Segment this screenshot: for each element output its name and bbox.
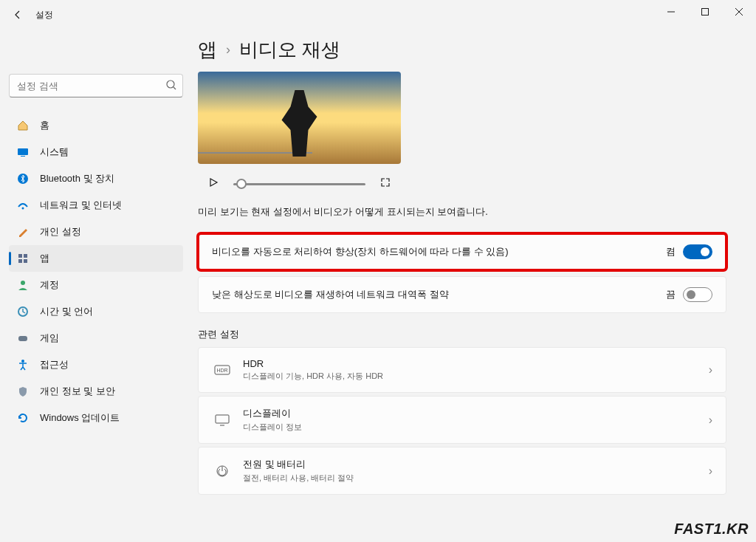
sidebar-item-time-language[interactable]: 시간 및 언어: [9, 298, 183, 325]
breadcrumb: 앱 › 비디오 재생: [198, 37, 726, 63]
sidebar-item-apps[interactable]: 앱: [9, 245, 183, 272]
main-content: 앱 › 비디오 재생 미리 보기는 현재 설정에서 비디오가 어떻게 표시되는지…: [192, 30, 756, 542]
sidebar-item-windows-update[interactable]: Windows 업데이트: [9, 405, 183, 431]
related-header: 관련 설정: [198, 328, 726, 341]
privacy-icon: [16, 385, 30, 398]
toggle-state: 끔: [666, 288, 676, 301]
sidebar-item-label: 시간 및 언어: [40, 305, 93, 318]
sidebar-item-bluetooth[interactable]: Bluetooth 및 장치: [9, 165, 183, 192]
svg-point-14: [21, 281, 25, 285]
apps-icon: [16, 252, 30, 265]
svg-line-5: [173, 87, 176, 89]
sidebar-item-label: 네트워크 및 인터넷: [40, 199, 122, 212]
svg-point-17: [21, 360, 24, 363]
setting-low-res: 낮은 해상도로 비디오를 재생하여 네트워크 대역폭 절약 끔: [198, 276, 726, 313]
display-icon: [212, 414, 233, 426]
sidebar-item-home[interactable]: 홈: [9, 112, 183, 139]
toggle-state: 켬: [666, 245, 676, 258]
sidebar-item-system[interactable]: 시스템: [9, 139, 183, 165]
accounts-icon: [16, 278, 30, 292]
svg-point-9: [22, 207, 24, 210]
windows-update-icon: [16, 411, 30, 425]
play-button[interactable]: [208, 177, 219, 191]
toggle-switch[interactable]: [683, 287, 712, 302]
related-title: 디스플레이: [243, 407, 709, 420]
svg-rect-16: [18, 336, 27, 341]
related-title: 전원 및 배터리: [243, 458, 709, 471]
video-controls: [198, 170, 401, 198]
fullscreen-button[interactable]: [380, 177, 391, 191]
window-title: 설정: [35, 9, 53, 21]
sidebar: 홈 시스템 Bluetooth 및 장치 네트워크 및 인터넷 개인 설정 앱 …: [0, 30, 192, 542]
svg-rect-7: [21, 156, 25, 157]
setting-label: 비디오를 자동으로 처리하여 향상(장치 하드웨어에 따라 다를 수 있음): [212, 245, 666, 258]
sidebar-item-label: 게임: [40, 332, 59, 345]
sidebar-item-label: Windows 업데이트: [40, 411, 120, 425]
related-title: HDR: [243, 358, 709, 369]
toggle-switch[interactable]: [683, 244, 712, 259]
preview-note: 미리 보기는 현재 설정에서 비디오가 어떻게 표시되는지 보여줍니다.: [198, 205, 726, 219]
video-preview: [198, 72, 401, 164]
sidebar-item-label: 홈: [40, 119, 49, 132]
sidebar-item-accessibility[interactable]: 접근성: [9, 351, 183, 378]
sidebar-item-label: 앱: [40, 252, 49, 265]
gaming-icon: [16, 332, 30, 345]
page-title: 비디오 재생: [239, 37, 340, 63]
setting-auto-process: 비디오를 자동으로 처리하여 향상(장치 하드웨어에 따라 다를 수 있음) 켬: [198, 233, 726, 270]
breadcrumb-parent[interactable]: 앱: [198, 37, 217, 63]
bluetooth-icon: [16, 172, 30, 185]
search-input[interactable]: [9, 74, 183, 97]
power-icon: [212, 464, 233, 478]
back-button[interactable]: [6, 3, 30, 27]
sidebar-item-label: 접근성: [40, 358, 69, 371]
svg-rect-20: [216, 415, 229, 423]
related-hdr[interactable]: HDR HDR 디스플레이 기능, HDR 사용, 자동 HDR ›: [198, 347, 726, 393]
minimize-button[interactable]: [654, 0, 688, 24]
sidebar-item-label: 개인 설정: [40, 225, 81, 239]
sidebar-item-privacy[interactable]: 개인 정보 및 보안: [9, 378, 183, 405]
sidebar-item-gaming[interactable]: 게임: [9, 325, 183, 351]
home-icon: [16, 119, 30, 132]
window-controls: [654, 0, 756, 24]
sidebar-item-accounts[interactable]: 계정: [9, 272, 183, 298]
related-sub: 절전, 배터리 사용, 배터리 절약: [243, 473, 709, 484]
titlebar: 설정: [0, 0, 756, 30]
search-icon: [165, 79, 177, 94]
svg-rect-1: [702, 9, 709, 16]
sidebar-item-label: 개인 정보 및 보안: [40, 385, 115, 398]
toggle-group: 켬: [666, 244, 712, 259]
svg-rect-11: [24, 254, 27, 258]
related-power[interactable]: 전원 및 배터리 절전, 배터리 사용, 배터리 절약 ›: [198, 447, 726, 495]
watermark: FAST1.KR: [674, 521, 749, 538]
svg-rect-13: [24, 259, 27, 263]
network-icon: [16, 199, 30, 212]
video-slider[interactable]: [233, 183, 365, 185]
sidebar-item-network[interactable]: 네트워크 및 인터넷: [9, 192, 183, 219]
related-display[interactable]: 디스플레이 디스플레이 정보 ›: [198, 396, 726, 444]
chevron-right-icon: ›: [709, 464, 712, 478]
sidebar-item-label: 시스템: [40, 145, 69, 159]
maximize-button[interactable]: [688, 0, 722, 24]
hdr-icon: HDR: [212, 365, 233, 375]
close-button[interactable]: [722, 0, 756, 24]
svg-rect-12: [18, 259, 22, 263]
accessibility-icon: [16, 358, 30, 371]
chevron-right-icon: ›: [226, 42, 230, 58]
svg-rect-6: [18, 148, 28, 155]
related-sub: 디스플레이 기능, HDR 사용, 자동 HDR: [243, 371, 709, 382]
sidebar-item-personalization[interactable]: 개인 설정: [9, 219, 183, 245]
chevron-right-icon: ›: [709, 414, 712, 427]
search-box: [9, 74, 183, 97]
sidebar-item-label: 계정: [40, 278, 59, 292]
related-sub: 디스플레이 정보: [243, 422, 709, 433]
svg-point-4: [167, 80, 174, 88]
svg-rect-10: [18, 254, 22, 258]
time-language-icon: [16, 305, 30, 318]
svg-text:HDR: HDR: [216, 368, 227, 373]
toggle-group: 끔: [666, 287, 712, 302]
personalization-icon: [16, 225, 30, 239]
sidebar-item-label: Bluetooth 및 장치: [40, 172, 114, 185]
slider-thumb[interactable]: [236, 179, 247, 189]
setting-label: 낮은 해상도로 비디오를 재생하여 네트워크 대역폭 절약: [212, 288, 666, 301]
nav-list: 홈 시스템 Bluetooth 및 장치 네트워크 및 인터넷 개인 설정 앱 …: [9, 112, 183, 431]
